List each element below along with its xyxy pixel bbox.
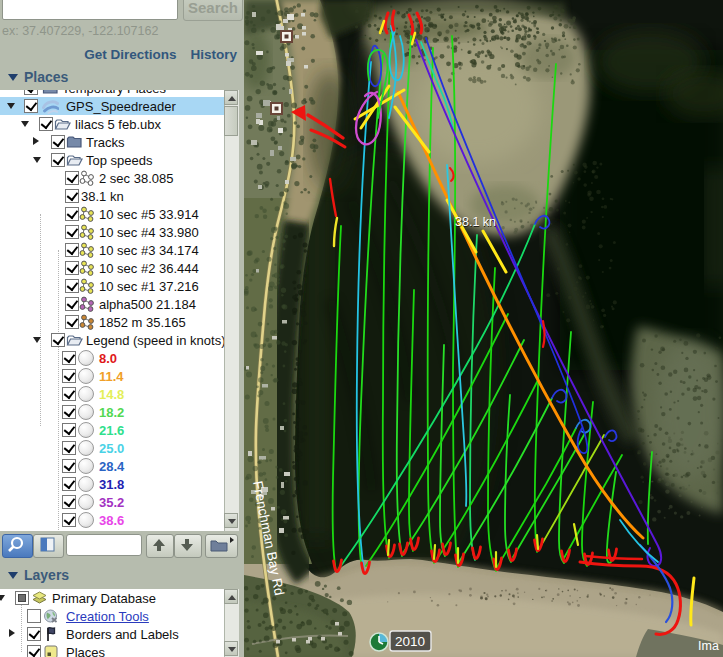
svg-text:Ima: Ima bbox=[698, 639, 719, 653]
svg-text:2010: 2010 bbox=[395, 634, 425, 649]
svg-text:38.1 kn: 38.1 kn bbox=[455, 215, 496, 229]
